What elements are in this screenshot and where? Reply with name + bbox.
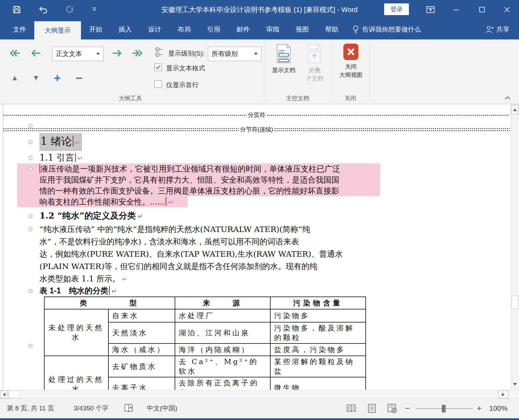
scroll-down-button[interactable] <box>511 380 519 388</box>
table-cell: 海洋（内陆咸糊） <box>175 343 270 356</box>
paragraph-line: 情的一种有效的工作面支护设备。三用阀是单体液压支柱的心脏，它的性能好坏直接影 <box>17 185 380 196</box>
zoom-slider-thumb[interactable] <box>442 405 446 412</box>
tab-view[interactable]: 视图 <box>287 20 317 39</box>
tab-outlining[interactable]: 大纲显示 <box>34 21 81 39</box>
proofing-errors-icon[interactable] <box>123 399 134 418</box>
page-break-mark: 分页符 <box>3 111 510 119</box>
document-canvas[interactable]: 分页符 分节符(连续) 1 绪论↵ 1.1 引言↵ 液压传动是一项新兴技术，它被… <box>0 104 510 390</box>
zoom-out-button[interactable]: − <box>405 399 410 418</box>
vertical-scrollbar[interactable] <box>510 104 519 390</box>
tab-review[interactable]: 审阅 <box>258 20 287 39</box>
paragraph-mark: ↵ <box>122 275 127 283</box>
show-first-line-only-label: 仅显示首行 <box>166 81 199 90</box>
ribbon-tab-bar: 文件 大纲显示 开始 插入 设计 布局 引用 邮件 审阅 视图 帮助 告诉我你想… <box>0 20 519 39</box>
expand-button[interactable]: + <box>50 71 64 85</box>
web-layout-icon[interactable] <box>387 399 397 418</box>
body-paragraph[interactable]: “纯水液压传动” 中的“纯水”是指纯粹的天然水(NATURALW ATER)(简… <box>39 223 343 285</box>
close-outline-x-icon <box>343 44 358 60</box>
outline-bullet[interactable] <box>28 140 33 144</box>
close-button[interactable] <box>499 3 515 16</box>
sign-in-button[interactable]: 登录 <box>384 3 409 15</box>
paragraph-line: “纯水液压传动” 中的“纯水”是指纯粹的天然水(NATURALW ATER)(简… <box>39 223 343 235</box>
collapse-button[interactable]: − <box>72 71 86 85</box>
table-cell: 去除所有正负离子的水 <box>175 377 270 390</box>
revision-mark <box>75 153 76 162</box>
word-count-indicator[interactable]: 3/4350 个字 <box>74 399 108 418</box>
outline-bullet[interactable] <box>28 344 33 348</box>
paragraph-line: 达，例如纯水(PURE WATER)、自来水(TAP WATER),生水(RAW… <box>39 248 343 260</box>
tab-mailings[interactable]: 邮件 <box>228 20 258 39</box>
collapse-subdocuments-button: 折叠子文档 <box>300 44 329 83</box>
outline-bullet[interactable] <box>28 227 33 231</box>
zoom-in-button[interactable]: + <box>477 399 482 418</box>
print-layout-icon[interactable] <box>367 399 377 418</box>
tab-references[interactable]: 引用 <box>199 20 228 39</box>
tab-layout[interactable]: 布局 <box>169 20 199 39</box>
show-document-button[interactable]: 显示文档 <box>269 44 298 74</box>
title-bar: 安徽理工大学本科毕业设计说明书参考模板 (1) [兼容模式] - Word 登录 <box>0 0 519 20</box>
paragraph-mark: ↵ <box>111 287 117 295</box>
highlighted-paragraph[interactable]: 液压传动是一项新兴技术，它被引用到工业领域只有很短的时间，单体液压支柱已广泛 应… <box>17 163 380 207</box>
table-header-row: 类 型 来 源 污染物含量 <box>44 297 366 309</box>
heading-1-2[interactable]: 1.2 “纯水”的定义及分类↵ <box>39 210 143 221</box>
table-header-cell: 来 源 <box>175 297 270 309</box>
revision-mark <box>109 286 110 295</box>
scroll-left-button[interactable] <box>0 390 8 398</box>
ribbon-display-options-icon[interactable] <box>423 3 438 16</box>
demote-button[interactable] <box>110 46 124 60</box>
show-first-line-only-checkbox[interactable] <box>154 80 162 88</box>
table-cell: 水处理厂 <box>175 309 270 322</box>
move-down-button[interactable]: ▼ <box>29 71 43 85</box>
table-cell: 去矿物质水 <box>108 356 175 377</box>
show-level-dropdown[interactable]: 所有级别 <box>208 47 261 61</box>
outline-bullet[interactable] <box>28 289 33 293</box>
vertical-scrollbar-thumb[interactable] <box>511 296 518 309</box>
collapse-ribbon-icon[interactable] <box>504 95 511 101</box>
maximize-button[interactable] <box>474 3 489 16</box>
tab-file[interactable]: 文件 <box>5 20 34 39</box>
window-title: 安徽理工大学本科毕业设计说明书参考模板 (1) [兼容模式] - Word <box>0 0 519 20</box>
show-text-formatting-label: 显示文本格式 <box>166 64 205 73</box>
close-outline-view-button[interactable]: 关闭大纲视图 <box>334 44 367 79</box>
demote-to-body-text-button[interactable] <box>130 46 145 60</box>
table-cell: 微生物 <box>270 377 366 390</box>
move-up-button[interactable]: ▲ <box>8 71 22 85</box>
tab-design[interactable]: 设计 <box>140 20 169 39</box>
tell-me-box[interactable]: 告诉我你想要做什么 <box>346 20 426 39</box>
outline-bullet[interactable] <box>28 156 33 160</box>
paragraph-line: 液压传动是一项新兴技术，它被引用到工业领域只有很短的时间，单体液压支柱已广泛 <box>17 163 380 174</box>
tab-insert[interactable]: 插入 <box>110 20 140 39</box>
outline-level-combobox[interactable]: 正文文本 <box>52 47 104 61</box>
scroll-right-button[interactable] <box>498 390 508 398</box>
language-indicator[interactable]: 中文(中国) <box>147 399 177 418</box>
zoom-level-indicator[interactable]: 100% <box>489 399 508 418</box>
scroll-up-button[interactable] <box>511 105 519 114</box>
outline-bullet[interactable] <box>28 214 33 218</box>
ribbon: 正文文本 ▲ ▼ + − 显示级别(S): 所有级别 显示文本格式 仅显示首行 … <box>0 39 519 104</box>
heading-1-1[interactable]: 1.1 引言↵ <box>39 152 83 164</box>
heading-1[interactable]: 1 绪论↵ <box>39 133 82 151</box>
show-text-formatting-checkbox[interactable] <box>154 63 162 71</box>
share-button[interactable]: 共享 <box>485 20 509 39</box>
group-label-outline-tools: 大纲工具 <box>96 94 165 102</box>
paragraph-mark: ↵ <box>138 212 143 220</box>
table-cell: 处理过的天然水 <box>44 356 108 390</box>
water-classification-table: 类 型 来 源 污染物含量 未处理的天然水 自来水 水处理厂 污染物多 天然淡水… <box>44 296 366 390</box>
section-break-mark: 分节符(连续) <box>3 126 510 133</box>
tab-help[interactable]: 帮助 <box>317 20 346 39</box>
horizontal-scrollbar[interactable] <box>0 390 519 398</box>
table-cell: 湖泊、江河和山泉 <box>175 322 270 343</box>
share-person-icon <box>485 25 494 34</box>
page-number-indicator[interactable]: 第 8 页, 共 11 页 <box>7 399 54 418</box>
minimize-button[interactable] <box>449 3 464 16</box>
promote-button[interactable] <box>29 46 43 60</box>
horizontal-scrollbar-thumb[interactable] <box>9 390 20 398</box>
table-caption[interactable]: 表 1-1 纯水的分类↵ <box>39 285 117 296</box>
outline-bullet[interactable] <box>28 167 33 171</box>
tab-home[interactable]: 开始 <box>81 20 110 39</box>
read-mode-icon[interactable] <box>346 399 357 418</box>
promote-to-heading1-button[interactable] <box>8 46 22 60</box>
table-cell: 盐度高，污染物多 <box>270 343 366 356</box>
group-label-master-document: 主控文档 <box>264 94 331 102</box>
show-document-icon <box>276 44 292 63</box>
